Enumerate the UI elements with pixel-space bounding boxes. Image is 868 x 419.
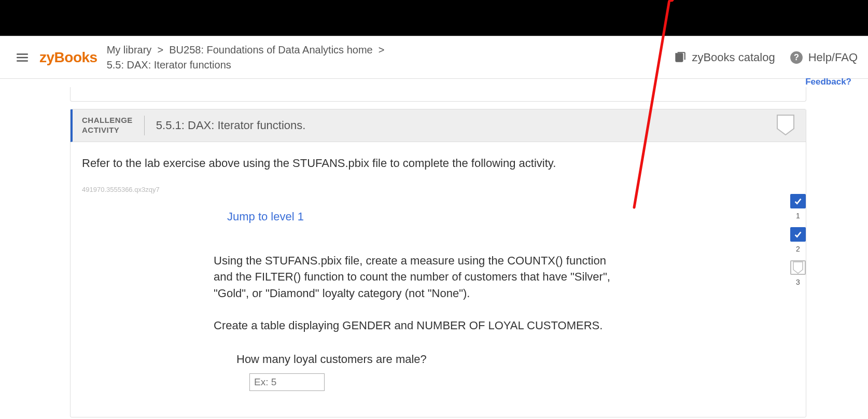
activity-header: CHALLENGE ACTIVITY 5.5.1: DAX: Iterator … bbox=[71, 109, 806, 142]
activity-badge-line1: CHALLENGE bbox=[82, 116, 133, 124]
level-3-label: 3 bbox=[796, 278, 800, 286]
breadcrumb-library[interactable]: My library bbox=[107, 44, 152, 55]
answer-input[interactable] bbox=[249, 373, 325, 391]
challenge-activity-card: CHALLENGE ACTIVITY 5.5.1: DAX: Iterator … bbox=[70, 109, 806, 417]
catalog-icon bbox=[673, 51, 687, 64]
activity-internal-id: 491970.3555366.qx3zqy7 bbox=[82, 186, 794, 193]
activity-intro: Refer to the lab exercise above using th… bbox=[82, 157, 794, 170]
svg-text:?: ? bbox=[794, 52, 799, 62]
activity-badge-line2: ACTIVITY bbox=[82, 125, 119, 134]
zybooks-logo[interactable]: zyBooks bbox=[39, 49, 97, 66]
menu-icon[interactable] bbox=[16, 51, 29, 64]
help-label: Help/FAQ bbox=[808, 51, 858, 64]
previous-card-edge bbox=[70, 87, 806, 102]
catalog-link[interactable]: zyBooks catalog bbox=[673, 51, 775, 64]
breadcrumb-section: 5.5: DAX: Iterator functions bbox=[107, 59, 231, 71]
level-track: 1 2 3 bbox=[790, 194, 806, 290]
breadcrumb-course[interactable]: BU258: Foundations of Data Analytics hom… bbox=[169, 44, 372, 55]
browser-chrome-blackout bbox=[0, 0, 868, 36]
activity-instructions: Using the STUFANS.pbix file, create a me… bbox=[214, 253, 613, 334]
app-header: zyBooks My library > BU258: Foundations … bbox=[0, 36, 868, 79]
level-2-box[interactable] bbox=[790, 227, 806, 242]
help-icon: ? bbox=[790, 51, 803, 64]
logo-part-zy: zy bbox=[39, 49, 54, 65]
instruction-paragraph-1: Using the STUFANS.pbix file, create a me… bbox=[214, 253, 613, 302]
catalog-label: zyBooks catalog bbox=[692, 51, 775, 64]
activity-body: Refer to the lab exercise above using th… bbox=[71, 142, 806, 417]
activity-question: How many loyal customers are male? bbox=[236, 353, 794, 366]
shield-icon bbox=[777, 115, 794, 137]
jump-to-level-link[interactable]: Jump to level 1 bbox=[227, 210, 794, 224]
level-3-box[interactable] bbox=[790, 260, 806, 275]
help-link[interactable]: ? Help/FAQ bbox=[790, 51, 858, 64]
feedback-link[interactable]: Feedback? bbox=[0, 77, 868, 87]
activity-badge: CHALLENGE ACTIVITY bbox=[82, 116, 145, 135]
breadcrumb: My library > BU258: Foundations of Data … bbox=[107, 43, 674, 73]
level-2-label: 2 bbox=[796, 245, 800, 253]
header-tools: zyBooks catalog ? Help/FAQ bbox=[673, 51, 858, 64]
level-1-box[interactable] bbox=[790, 194, 806, 208]
activity-title: 5.5.1: DAX: Iterator functions. bbox=[156, 119, 306, 132]
logo-part-books: Books bbox=[54, 49, 97, 65]
instruction-paragraph-2: Create a table displaying GENDER and NUM… bbox=[214, 317, 613, 334]
level-1-label: 1 bbox=[796, 212, 800, 220]
